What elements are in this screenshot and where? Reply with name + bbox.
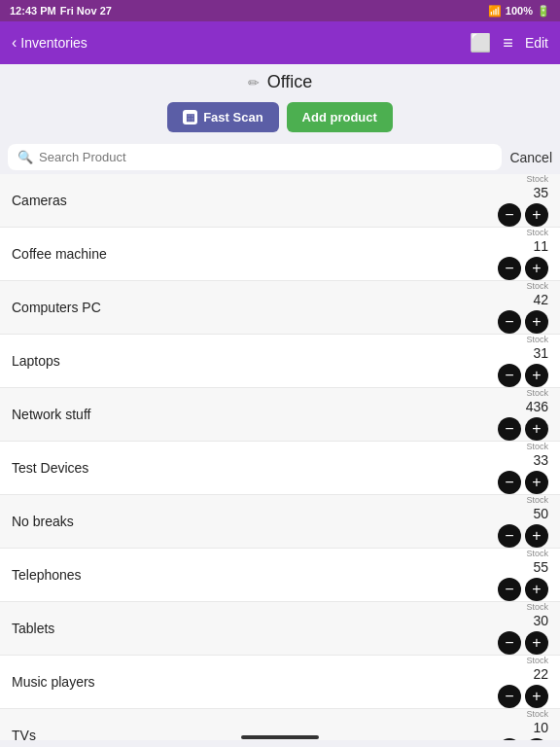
page-title: Office: [267, 72, 313, 92]
product-list: Cameras Stock 35 − + Coffee machine Stoc…: [0, 174, 560, 740]
stock-label: Stock: [526, 602, 548, 612]
stock-buttons: − +: [498, 471, 548, 494]
stock-buttons: − +: [498, 203, 548, 227]
decrement-button[interactable]: −: [498, 578, 521, 601]
stock-controls: Stock 10 − +: [498, 709, 548, 740]
list-item: Music players Stock 22 − +: [0, 656, 560, 709]
status-bar: 12:43 PM Fri Nov 27 📶 100% 🔋: [0, 0, 560, 21]
increment-button[interactable]: +: [525, 471, 548, 494]
increment-button[interactable]: +: [525, 257, 548, 280]
increment-button[interactable]: +: [525, 685, 548, 708]
list-item: Computers PC Stock 42 − +: [0, 281, 560, 335]
decrement-button[interactable]: −: [498, 257, 521, 280]
stock-label: Stock: [526, 174, 548, 184]
stock-buttons: − +: [498, 364, 548, 387]
title-edit-icon[interactable]: ✏: [248, 75, 260, 90]
date: Fri Nov 27: [60, 5, 112, 17]
back-button[interactable]: ‹ Inventories: [12, 34, 88, 52]
back-chevron-icon: ‹: [12, 34, 17, 52]
battery-percent: 100%: [506, 5, 533, 17]
decrement-button[interactable]: −: [498, 738, 521, 740]
stock-value: 30: [533, 613, 548, 628]
increment-button[interactable]: +: [525, 417, 548, 441]
list-item: Cameras Stock 35 − +: [0, 174, 560, 228]
title-section: ✏ Office: [0, 64, 560, 98]
stock-controls: Stock 33 − +: [498, 442, 548, 494]
increment-button[interactable]: +: [525, 631, 548, 655]
stock-buttons: − +: [498, 257, 548, 280]
status-bar-right: 📶 100% 🔋: [488, 5, 550, 18]
decrement-button[interactable]: −: [498, 685, 521, 708]
stock-value: 11: [533, 238, 548, 254]
search-icon: 🔍: [18, 150, 33, 164]
product-name: Music players: [12, 674, 498, 690]
list-item: Coffee machine Stock 11 − +: [0, 228, 560, 281]
search-bar: 🔍 Cancel: [0, 140, 560, 174]
status-bar-left: 12:43 PM Fri Nov 27: [10, 5, 112, 17]
fast-scan-icon: ▦: [183, 110, 197, 124]
cancel-button[interactable]: Cancel: [509, 150, 552, 165]
search-input[interactable]: [39, 150, 492, 164]
decrement-button[interactable]: −: [498, 364, 521, 387]
stock-controls: Stock 55 − +: [498, 549, 548, 601]
decrement-button[interactable]: −: [498, 631, 521, 655]
stock-value: 33: [533, 452, 548, 468]
stock-buttons: − +: [498, 738, 548, 740]
decrement-button[interactable]: −: [498, 524, 521, 548]
list-icon[interactable]: ≡: [503, 34, 513, 52]
fast-scan-button[interactable]: ▦ Fast Scan: [167, 102, 278, 132]
increment-button[interactable]: +: [525, 203, 548, 227]
stock-controls: Stock 11 − +: [498, 228, 548, 280]
stock-buttons: − +: [498, 417, 548, 441]
stock-value: 436: [526, 399, 548, 414]
decrement-button[interactable]: −: [498, 417, 521, 441]
stock-buttons: − +: [498, 578, 548, 601]
product-name: Laptops: [12, 353, 498, 369]
action-buttons: ▦ Fast Scan Add product: [0, 98, 560, 140]
stock-value: 50: [533, 506, 548, 521]
stock-controls: Stock 30 − +: [498, 602, 548, 655]
decrement-button[interactable]: −: [498, 310, 521, 334]
stock-label: Stock: [526, 335, 548, 344]
product-name: No breaks: [12, 514, 498, 529]
product-name: Cameras: [12, 193, 498, 208]
increment-button[interactable]: +: [525, 310, 548, 334]
product-name: Test Devices: [12, 460, 498, 476]
stock-controls: Stock 436 − +: [498, 388, 548, 441]
product-name: Tablets: [12, 621, 498, 636]
stock-label: Stock: [526, 281, 548, 291]
stock-controls: Stock 42 − +: [498, 281, 548, 334]
stock-buttons: − +: [498, 524, 548, 548]
decrement-button[interactable]: −: [498, 471, 521, 494]
edit-button[interactable]: Edit: [525, 35, 548, 51]
battery-icon: 🔋: [537, 5, 550, 18]
stock-label: Stock: [526, 709, 548, 719]
increment-button[interactable]: +: [525, 524, 548, 548]
list-item: No breaks Stock 50 − +: [0, 495, 560, 549]
stock-label: Stock: [526, 442, 548, 451]
increment-button[interactable]: +: [525, 578, 548, 601]
increment-button[interactable]: +: [525, 364, 548, 387]
stock-controls: Stock 50 − +: [498, 495, 548, 548]
stock-value: 55: [533, 559, 548, 575]
stock-controls: Stock 22 − +: [498, 656, 548, 708]
list-item: Laptops Stock 31 − +: [0, 335, 560, 388]
stock-label: Stock: [526, 388, 548, 398]
stock-value: 10: [533, 720, 548, 735]
decrement-button[interactable]: −: [498, 203, 521, 227]
increment-button[interactable]: +: [525, 738, 548, 740]
product-name: Telephones: [12, 567, 498, 583]
time: 12:43 PM: [10, 5, 56, 17]
stock-label: Stock: [526, 228, 548, 237]
wifi-icon: 📶: [488, 5, 502, 18]
stock-controls: Stock 35 − +: [498, 174, 548, 227]
search-container: 🔍: [8, 144, 502, 170]
add-product-button[interactable]: Add product: [287, 102, 393, 132]
product-name: Network stuff: [12, 407, 498, 422]
list-item: Test Devices Stock 33 − +: [0, 442, 560, 495]
product-name: Computers PC: [12, 300, 498, 315]
stock-label: Stock: [526, 495, 548, 505]
share-icon[interactable]: ⬜: [470, 34, 491, 52]
stock-value: 42: [533, 292, 548, 307]
stock-controls: Stock 31 − +: [498, 335, 548, 387]
